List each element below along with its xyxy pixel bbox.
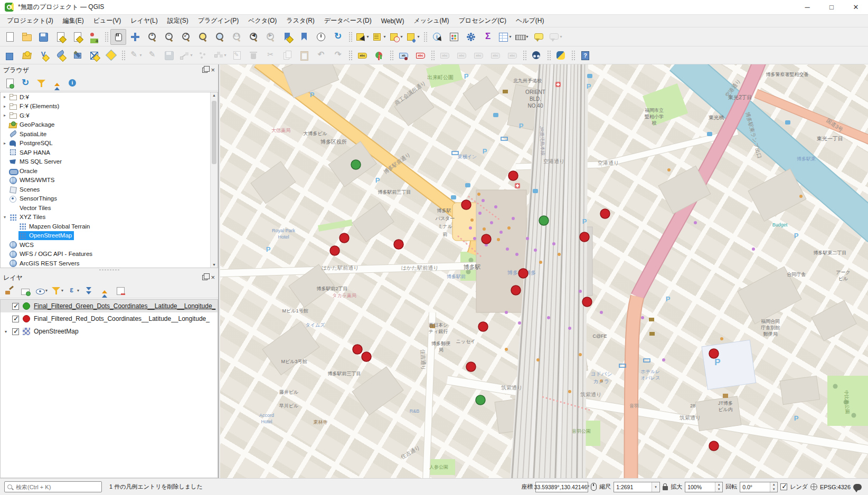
menu-item-2[interactable]: ビュー(V): [89, 15, 126, 27]
pan-map-button[interactable]: [110, 29, 126, 45]
menu-item-8[interactable]: データベース(D): [319, 15, 376, 27]
menu-item-5[interactable]: プラグイン(P): [193, 15, 243, 27]
browser-refresh-button[interactable]: [18, 77, 32, 90]
menu-item-12[interactable]: ヘルプ(H): [511, 15, 549, 27]
browser-item-scenes[interactable]: Scenes: [1, 185, 218, 194]
layer-checkbox[interactable]: [12, 303, 19, 310]
menu-item-11[interactable]: プロセシング(C): [454, 15, 511, 27]
browser-item-wfs-ogc-api[interactable]: WFS / OGC API - Features: [1, 250, 218, 259]
rotation-up-icon[interactable]: ▲: [770, 482, 777, 487]
browser-add-selected-layers-button[interactable]: [3, 77, 16, 90]
zoom-last-button[interactable]: ◀: [246, 29, 261, 45]
map-tips-button[interactable]: [531, 29, 546, 45]
new-spatialite-layer-button[interactable]: [52, 47, 68, 63]
menu-item-9[interactable]: Web(W): [376, 16, 409, 26]
collapse-all-button[interactable]: [98, 284, 111, 298]
browser-item-drive-f[interactable]: ▸F:¥ (Elements): [1, 102, 218, 111]
browser-item-spatialite[interactable]: SpatiaLite: [1, 129, 218, 139]
magnifier-up-icon[interactable]: ▲: [715, 482, 722, 487]
new-shapefile-layer-button[interactable]: [35, 47, 51, 63]
expand-all-button[interactable]: [82, 284, 96, 298]
identify-features-button[interactable]: [429, 29, 445, 45]
statistical-summary-button[interactable]: [480, 29, 496, 45]
new-mesh-layer-button[interactable]: [86, 47, 102, 63]
scale-combobox[interactable]: 1:2691 ▾: [614, 482, 660, 492]
scroll-up-icon[interactable]: ▲: [211, 93, 218, 97]
browser-item-sap-hana[interactable]: SAP HANA: [1, 148, 218, 157]
labeling-single-button[interactable]: [395, 47, 411, 63]
browser-item-mapzen-global-terrain[interactable]: Mapzen Global Terrain: [1, 222, 218, 231]
menu-item-1[interactable]: 編集(E): [58, 15, 89, 27]
browser-item-arcgis-rest[interactable]: ArcGIS REST Servers: [1, 259, 218, 268]
menu-item-4[interactable]: 設定(S): [163, 15, 193, 27]
crs-value[interactable]: EPSG:4326: [820, 484, 851, 490]
browser-scrollbar[interactable]: ▲ ▼: [210, 92, 218, 268]
new-print-layout-button[interactable]: [52, 29, 68, 45]
browser-close-icon[interactable]: ×: [211, 68, 215, 73]
save-project-button[interactable]: [35, 29, 51, 45]
measure-line-button[interactable]: ▾: [514, 29, 530, 45]
new-geopackage-layer-button[interactable]: [18, 47, 34, 63]
scroll-thumb[interactable]: [212, 101, 216, 164]
layer-checkbox[interactable]: [12, 316, 19, 322]
dock-splitter[interactable]: [0, 268, 218, 272]
magnifier-spinbox[interactable]: 100% ▲▼: [685, 482, 723, 492]
help-contents-button[interactable]: [577, 47, 593, 63]
show-spatial-bookmarks-button[interactable]: [296, 29, 312, 45]
open-layer-styling-panel-button[interactable]: [3, 284, 16, 298]
new-spatial-bookmark-button[interactable]: [279, 29, 295, 45]
zoom-in-button[interactable]: +: [144, 29, 160, 45]
new-temporary-scratch-layer-button[interactable]: [69, 47, 85, 63]
magnifier-down-icon[interactable]: ▼: [715, 487, 722, 492]
browser-item-wcs[interactable]: WCS: [1, 240, 218, 250]
browser-item-vector-tiles[interactable]: Vector Tiles: [1, 203, 218, 213]
browser-collapse-all-button[interactable]: [50, 77, 64, 90]
browser-item-ms-sql-server[interactable]: MS SQL Server: [1, 157, 218, 167]
processing-toolbox-button[interactable]: [463, 29, 479, 45]
filter-legend-button[interactable]: ▾: [50, 284, 64, 298]
layers-close-icon[interactable]: ×: [211, 275, 215, 280]
deselect-features-button[interactable]: ▾: [388, 29, 404, 45]
manage-map-themes-button[interactable]: ▾: [34, 284, 48, 298]
locator-search[interactable]: [4, 481, 102, 492]
messages-icon[interactable]: [853, 484, 862, 490]
browser-item-postgresql[interactable]: ▸PostgreSQL: [1, 139, 218, 148]
rotation-down-icon[interactable]: ▼: [770, 487, 777, 492]
layer-item-red-dots-layer[interactable]: Final_Filtered_Red_Dots_Coordinates__Lat…: [1, 312, 218, 325]
refresh-map-button[interactable]: [330, 29, 346, 45]
zoom-full-extent-button[interactable]: ⤢: [178, 29, 194, 45]
layer-labeling-options-button[interactable]: [354, 47, 370, 63]
layer-item-openstreetmap-layer[interactable]: ▾OpenStreetMap: [1, 325, 218, 338]
menu-item-6[interactable]: ベクタ(O): [243, 15, 281, 27]
maximize-button[interactable]: □: [819, 0, 844, 14]
close-button[interactable]: ✕: [844, 0, 868, 14]
browser-item-openstreetmap[interactable]: OpenStreetMap: [1, 231, 218, 241]
layer-diagram-options-button[interactable]: [371, 47, 387, 63]
layer-checkbox[interactable]: [12, 328, 19, 335]
layers-float-icon[interactable]: [202, 275, 207, 280]
browser-item-drive-g[interactable]: ▸G:¥: [1, 111, 218, 120]
browser-item-geopackage[interactable]: GeoPackage: [1, 120, 218, 130]
new-project-button[interactable]: [2, 29, 17, 45]
scale-dropdown-icon[interactable]: ▾: [652, 482, 659, 492]
layer-item-green-dots-layer[interactable]: Final_Filtered_Green_Dots_Coordinates__L…: [1, 300, 218, 312]
new-virtual-layer-button[interactable]: [103, 47, 119, 63]
labeling-rule-based-button[interactable]: [412, 47, 428, 63]
add-group-button[interactable]: [18, 284, 32, 298]
pan-to-selection-button[interactable]: [127, 29, 143, 45]
zoom-to-selection-button[interactable]: [195, 29, 211, 45]
zoom-to-layer-button[interactable]: [212, 29, 228, 45]
menu-item-3[interactable]: レイヤ(L): [126, 15, 163, 27]
zoom-out-button[interactable]: −: [161, 29, 177, 45]
browser-item-oracle[interactable]: Oracle: [1, 166, 218, 176]
metasearch-button[interactable]: [529, 47, 544, 63]
temporal-controller-button[interactable]: [313, 29, 329, 45]
minimize-button[interactable]: ─: [795, 0, 819, 14]
browser-item-sensorthings[interactable]: SensorThings: [1, 194, 218, 204]
map-canvas[interactable]: PPPPPPPPPPPP出来町公園商工会議所通り北九州予備校ORIENTBLD.…: [220, 64, 868, 478]
style-manager-button[interactable]: [86, 29, 102, 45]
browser-filter-button[interactable]: [34, 77, 48, 90]
select-by-location-button[interactable]: ▾: [405, 29, 421, 45]
open-data-source-manager-button[interactable]: [2, 47, 17, 63]
render-checkbox[interactable]: [780, 483, 787, 490]
